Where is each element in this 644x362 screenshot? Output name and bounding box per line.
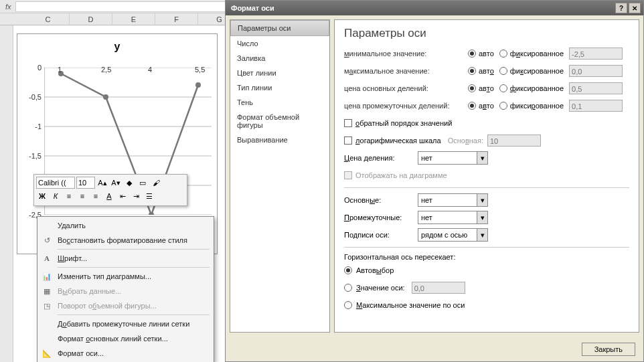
menu-reset-style[interactable]: ↺ Восстановить форматирование стиля — [39, 233, 212, 248]
minor-auto-radio[interactable] — [468, 102, 476, 110]
show-unit-checkbox — [344, 171, 352, 179]
tick-labels-select[interactable]: рядом с осью▾ — [418, 228, 488, 242]
max-value-field[interactable]: 0,0 — [569, 65, 623, 77]
rotate-3d-icon: ◳ — [42, 300, 52, 311]
cat-line-color[interactable]: Цвет линии — [230, 66, 329, 80]
decrease-font-icon[interactable]: A▾ — [110, 177, 122, 189]
crosses-group-label: Горизонтальная ось пересекает: — [344, 253, 629, 261]
log-scale-checkbox[interactable] — [344, 137, 352, 145]
min-value-field[interactable]: -2,5 — [569, 48, 623, 60]
max-fixed-radio[interactable] — [499, 67, 507, 75]
close-icon[interactable]: ✕ — [629, 3, 641, 13]
minor-value-field[interactable]: 0,1 — [569, 100, 623, 112]
crosses-max-radio[interactable] — [344, 301, 352, 309]
svg-point-8 — [103, 94, 108, 100]
crosses-auto-radio[interactable] — [344, 266, 352, 274]
menu-format-major-gridlines[interactable]: Формат основных линий сетки... — [39, 331, 212, 346]
col-header[interactable]: C — [27, 13, 70, 25]
reset-style-icon: ↺ — [42, 235, 52, 246]
format-painter-icon[interactable]: 🖌 — [150, 177, 162, 189]
border-icon[interactable]: ▭ — [137, 177, 149, 189]
cat-3d-format[interactable]: Формат объемной фигуры — [230, 110, 329, 132]
align-center-icon[interactable]: ≡ — [76, 190, 88, 202]
min-fixed-radio[interactable] — [499, 50, 507, 58]
axis-options-panel: Параметры оси минимальное значение: авто… — [334, 19, 639, 333]
cat-shadow[interactable]: Тень — [230, 95, 329, 110]
major-value-field[interactable]: 0,5 — [569, 82, 623, 94]
menu-add-minor-gridlines[interactable]: Добавить промежуточные линии сетки — [39, 316, 212, 331]
fill-color-icon[interactable]: ◆ — [123, 177, 135, 189]
bold-button[interactable]: Ж — [36, 190, 48, 202]
panel-title: Параметры оси — [344, 27, 629, 40]
crosses-value-field[interactable]: 0,0 — [412, 282, 465, 294]
font-color-icon[interactable]: A — [103, 190, 115, 202]
x-tick: 5,5 — [195, 66, 205, 74]
minor-tick-select[interactable]: нет▾ — [418, 211, 488, 224]
log-base-field[interactable]: 10 — [487, 134, 541, 147]
cat-line-style[interactable]: Тип линии — [230, 80, 329, 95]
menu-select-data: ▦ Выбрать данные... — [39, 284, 212, 298]
menu-format-axis[interactable]: 📐 Формат оси... — [39, 346, 212, 361]
separator — [344, 187, 629, 188]
menu-delete[interactable]: Удалить — [39, 218, 212, 233]
max-label: максимальное значение: — [344, 67, 468, 75]
display-unit-label: Цена деления: — [344, 154, 418, 162]
minor-unit-label: цена промежуточных делений: — [344, 102, 468, 110]
chart-title: y — [17, 41, 217, 53]
dialog-titlebar[interactable]: Формат оси ? ✕ — [226, 1, 643, 15]
log-base-label: Основная: — [448, 137, 483, 145]
cat-alignment[interactable]: Выравнивание — [230, 132, 329, 147]
bullets-icon[interactable]: ☰ — [143, 190, 155, 202]
y-tick: 0 — [23, 64, 42, 72]
x-tick: 2,5 — [101, 66, 111, 74]
svg-point-10 — [195, 82, 201, 88]
display-unit-select[interactable]: нет▾ — [418, 151, 488, 165]
major-tick-label: Основные: — [344, 196, 418, 204]
svg-point-9 — [149, 212, 154, 215]
col-header[interactable]: E — [112, 13, 155, 25]
tick-labels-label: Подписи оси: — [344, 231, 418, 239]
log-scale-label: логарифмическая шкала — [355, 137, 441, 145]
crosses-value-radio[interactable] — [344, 284, 352, 292]
font-name-input[interactable] — [36, 177, 75, 189]
cat-number[interactable]: Число — [230, 36, 329, 51]
reverse-order-checkbox[interactable] — [344, 119, 352, 127]
cat-axis-options[interactable]: Параметры оси — [230, 20, 329, 36]
menu-font[interactable]: A Шрифт... — [39, 251, 212, 266]
help-button[interactable]: ? — [615, 3, 627, 13]
menu-change-chart-type[interactable]: 📊 Изменить тип диаграммы... — [39, 269, 212, 284]
cat-fill[interactable]: Заливка — [230, 51, 329, 66]
min-label: минимальное значение: — [344, 50, 468, 58]
menu-separator — [58, 267, 210, 268]
col-header[interactable]: D — [70, 13, 112, 25]
col-header[interactable]: F — [155, 13, 198, 25]
major-tick-select[interactable]: нет▾ — [418, 193, 488, 207]
major-fixed-radio[interactable] — [499, 84, 507, 92]
crosses-max-label: Максимальное значение по оси — [356, 301, 465, 309]
crosses-value-label: Значение оси: — [356, 284, 405, 292]
font-size-input[interactable] — [76, 177, 95, 189]
close-button[interactable]: Закрыть — [582, 343, 635, 356]
major-auto-radio[interactable] — [468, 84, 476, 92]
indent-decrease-icon[interactable]: ⇤ — [116, 190, 129, 202]
chart-type-icon: 📊 — [42, 271, 52, 282]
menu-separator — [58, 314, 210, 315]
chevron-down-icon: ▾ — [477, 229, 487, 241]
crosses-auto-label: Автовыбор — [356, 266, 394, 274]
fx-label: fx — [5, 3, 11, 11]
reverse-order-label: обратный порядок значений — [355, 119, 452, 127]
category-list: Параметры оси Число Заливка Цвет линии Т… — [230, 19, 330, 333]
select-data-icon: ▦ — [42, 286, 52, 296]
indent-increase-icon[interactable]: ⇥ — [130, 190, 142, 202]
font-icon: A — [42, 253, 52, 264]
max-auto-radio[interactable] — [468, 67, 476, 75]
align-right-icon[interactable]: ≡ — [90, 190, 102, 202]
increase-font-icon[interactable]: A▴ — [96, 177, 108, 189]
chevron-down-icon: ▾ — [477, 194, 487, 206]
italic-button[interactable]: К — [50, 190, 62, 202]
min-auto-radio[interactable] — [468, 50, 476, 58]
minor-fixed-radio[interactable] — [499, 102, 507, 110]
context-menu: Удалить ↺ Восстановить форматирование ст… — [37, 216, 214, 362]
x-tick: 4 — [148, 66, 152, 74]
align-left-icon[interactable]: ≡ — [63, 190, 75, 202]
